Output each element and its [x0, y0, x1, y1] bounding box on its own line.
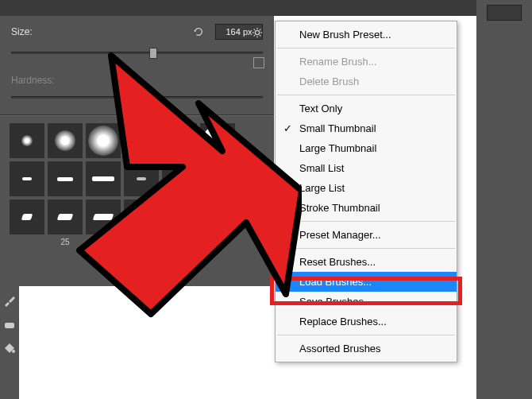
brush-preset[interactable]	[200, 200, 235, 234]
brush-preset[interactable]: 50	[86, 200, 121, 234]
menu-separator	[277, 95, 455, 95]
menu-load-brushes[interactable]: Load Brushes...	[276, 272, 457, 292]
brush-preset[interactable]	[162, 200, 197, 234]
eraser-tool-icon[interactable]	[0, 315, 19, 334]
svg-rect-0	[5, 323, 14, 328]
menu-separator	[277, 221, 455, 222]
brush-preset[interactable]	[48, 123, 83, 158]
brush-tool-icon[interactable]	[0, 291, 19, 310]
menu-separator	[277, 335, 455, 335]
svg-point-2	[255, 30, 259, 34]
hardness-slider[interactable]	[11, 92, 263, 103]
size-slider-thumb[interactable]	[149, 48, 157, 59]
brush-preset[interactable]	[124, 200, 159, 234]
brush-preset-panel: Size: 164 px Hardness: 25 50	[0, 16, 274, 286]
gear-icon[interactable]	[252, 27, 264, 40]
brush-preset[interactable]	[124, 161, 159, 196]
menu-rename-brush: Rename Brush...	[276, 52, 457, 72]
brush-preset[interactable]: 25	[48, 200, 83, 234]
brush-preset[interactable]	[86, 161, 121, 196]
panel-collapse-button[interactable]	[487, 5, 522, 21]
menu-large-list[interactable]: Large List	[276, 178, 457, 198]
brush-preset[interactable]	[10, 200, 44, 234]
menu-separator	[277, 248, 455, 249]
size-slider[interactable]	[11, 48, 263, 59]
right-dock	[476, 0, 532, 399]
brush-preset[interactable]	[48, 161, 83, 196]
menu-large-thumbnail[interactable]: Large Thumbnail	[276, 138, 457, 158]
brush-preset[interactable]	[162, 123, 197, 158]
reset-size-icon[interactable]	[191, 25, 206, 39]
brush-preset[interactable]	[124, 123, 159, 158]
bucket-tool-icon[interactable]	[0, 339, 19, 358]
menu-separator	[277, 48, 455, 48]
brush-preset[interactable]	[200, 123, 235, 158]
menu-assorted-brushes[interactable]: Assorted Brushes	[276, 339, 457, 358]
brush-flyout-menu: New Brush Preset... Rename Brush... Dele…	[275, 21, 457, 362]
brush-preset[interactable]	[86, 123, 121, 158]
left-toolbar	[0, 286, 19, 399]
size-label: Size:	[11, 26, 47, 37]
menu-new-brush-preset[interactable]: New Brush Preset...	[276, 25, 457, 45]
menu-small-list[interactable]: Small List	[276, 158, 457, 178]
menu-small-thumbnail[interactable]: Small Thumbnail	[276, 118, 457, 138]
menu-replace-brushes[interactable]: Replace Brushes...	[276, 312, 457, 331]
app-topbar	[0, 0, 532, 16]
menu-stroke-thumbnail[interactable]: Stroke Thumbnail	[276, 198, 457, 218]
brush-preset[interactable]	[10, 123, 44, 158]
menu-reset-brushes[interactable]: Reset Brushes...	[276, 252, 457, 272]
brush-preset[interactable]	[10, 161, 44, 196]
menu-text-only[interactable]: Text Only	[276, 99, 457, 118]
svg-point-1	[12, 350, 15, 353]
brush-preset[interactable]	[200, 161, 235, 196]
menu-delete-brush: Delete Brush	[276, 72, 457, 91]
snap-to-pixel-icon[interactable]	[253, 57, 264, 68]
brush-grid: 25 50	[0, 115, 274, 242]
menu-preset-manager[interactable]: Preset Manager...	[276, 225, 457, 245]
hardness-label: Hardness:	[11, 75, 63, 86]
menu-save-brushes[interactable]: Save Brushes...	[276, 292, 457, 312]
brush-preset[interactable]	[162, 161, 197, 196]
